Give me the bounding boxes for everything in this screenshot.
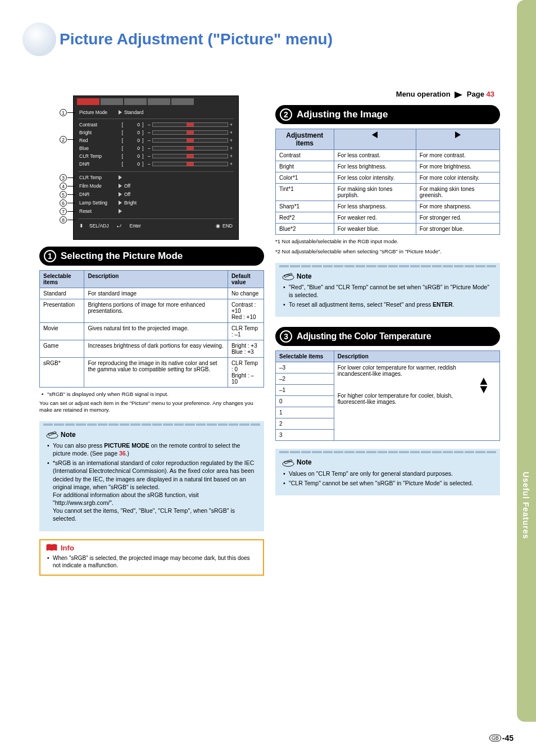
ct-item: 0 bbox=[276, 396, 334, 407]
note-title: Note bbox=[297, 458, 312, 467]
table-row: Blue*2For weaker blue.For stronger blue. bbox=[276, 224, 500, 235]
menu-item: CLR Temp bbox=[79, 175, 233, 180]
color-temp-table: Selectable items Description –3 For lowe… bbox=[275, 350, 500, 441]
ct-item: –3 bbox=[276, 362, 334, 374]
adj-left: For less sharpness. bbox=[334, 201, 416, 212]
table-row: Color*1For less color intensity.For more… bbox=[276, 172, 500, 184]
page-link-36[interactable]: 36 bbox=[119, 450, 126, 457]
right-arrow-icon bbox=[455, 131, 461, 138]
section3-heading: 3 Adjusting the Color Temperature bbox=[275, 327, 500, 346]
callout-3: 3 bbox=[60, 174, 67, 181]
section2-number: 2 bbox=[280, 108, 292, 121]
callout-5: 5 bbox=[60, 191, 67, 198]
th-right-arrow bbox=[416, 129, 499, 150]
section1-note: Note You can also press PICTURE MODE on … bbox=[39, 421, 264, 531]
table-row: sRGB*For reproducing the image in its na… bbox=[40, 358, 264, 388]
section1-title: Selecting the Picture Mode bbox=[61, 251, 183, 262]
th-selectable: Selectable items bbox=[276, 351, 334, 362]
pm-desc: For reproducing the image in its native … bbox=[84, 358, 228, 388]
pm-item: Standard bbox=[40, 288, 84, 299]
pencil-icon bbox=[282, 272, 294, 281]
section2-title: Adjusting the Image bbox=[297, 109, 388, 120]
adj-item: Contrast bbox=[276, 150, 334, 161]
adj-left: For less brightness. bbox=[334, 161, 416, 172]
adj-item: Blue*2 bbox=[276, 224, 334, 235]
th-default: Default value bbox=[228, 271, 264, 288]
pencil-icon bbox=[282, 458, 294, 467]
callout-7: 7 bbox=[60, 208, 67, 215]
ct-item: –1 bbox=[276, 385, 334, 396]
note2-item1: To reset all adjustment items, select "R… bbox=[289, 300, 493, 308]
page-link-43[interactable]: 43 bbox=[487, 90, 494, 98]
ct-item: 2 bbox=[276, 418, 334, 430]
note-title: Note bbox=[297, 272, 312, 281]
pm-default: Bright : +3Blue : +3 bbox=[228, 340, 264, 358]
page-number: GB-45 bbox=[489, 734, 514, 743]
section1-number: 1 bbox=[44, 250, 56, 262]
section3-number: 3 bbox=[280, 330, 292, 343]
note-title: Note bbox=[61, 430, 76, 439]
side-tab-label: Useful Features bbox=[521, 472, 530, 539]
arrow-right-icon bbox=[455, 92, 462, 98]
adj-left: For less contrast. bbox=[334, 150, 416, 161]
adj-right: For making skin tones greenish. bbox=[416, 184, 499, 201]
adj-right: For stronger red. bbox=[416, 212, 499, 224]
menu-item: Reset bbox=[79, 208, 233, 214]
picture-mode-table: Selectable items Description Default val… bbox=[39, 270, 264, 388]
page-title-row: Picture Adjustment ("Picture" menu) bbox=[22, 22, 333, 56]
book-icon bbox=[46, 544, 57, 552]
table-row: MovieGives natural tint to the projected… bbox=[40, 323, 264, 340]
menu-slider: Bright[0]–+ bbox=[79, 130, 233, 135]
note3-item1: "CLR Temp" cannot be set when "sRGB" in … bbox=[289, 479, 493, 487]
callout-6: 6 bbox=[60, 199, 67, 207]
title-bullet-icon bbox=[22, 22, 56, 56]
pm-default: CLR Temp : 0Bright : –10 bbox=[228, 358, 264, 388]
section3-title: Adjusting the Color Temperature bbox=[297, 331, 431, 341]
adj-item: Sharp*1 bbox=[276, 201, 334, 212]
pm-desc: Gives natural tint to the projected imag… bbox=[84, 323, 228, 340]
note1-item0: You can also press PICTURE MODE on the r… bbox=[53, 441, 257, 457]
table-row: PresentationBrightens portions of image … bbox=[40, 299, 264, 323]
pm-default: CLR Temp : –1 bbox=[228, 323, 264, 340]
menu-item: Film ModeOff bbox=[79, 183, 233, 189]
th-selectable: Selectable items bbox=[40, 271, 84, 288]
pm-default: No change bbox=[228, 288, 264, 299]
note1-item1: *sRGB is an international standard of co… bbox=[53, 459, 257, 522]
section1-heading: 1 Selecting the Picture Mode bbox=[39, 247, 264, 266]
callout-8: 8 bbox=[60, 216, 67, 224]
table-row: BrightFor less brightness.For more brigh… bbox=[276, 161, 500, 172]
adj-left: For making skin tones purplish. bbox=[334, 184, 416, 201]
pm-desc: Brightens portions of image for more enh… bbox=[84, 299, 228, 323]
section2-foot1: *1 Not adjustable/selectable in the RGB … bbox=[275, 238, 500, 245]
pencil-icon bbox=[46, 430, 58, 439]
section3-note: Note Values on "CLR Temp" are only for g… bbox=[275, 449, 500, 495]
adj-item: Color*1 bbox=[276, 172, 334, 184]
th-left-arrow bbox=[334, 129, 416, 150]
menu-slider: Contrast[0]–+ bbox=[79, 122, 233, 127]
pm-desc: For standard image bbox=[84, 288, 228, 299]
pm-item: sRGB* bbox=[40, 358, 84, 388]
section1-info: Info When "sRGB" is selected, the projec… bbox=[39, 539, 264, 576]
th-adjustment-items: Adjustment items bbox=[276, 129, 334, 150]
note3-item0: Values on "CLR Temp" are only for genera… bbox=[289, 470, 493, 477]
menu-item: Lamp SettingBright bbox=[79, 200, 233, 206]
menu-operation-ref: Menu operation Page 43 bbox=[275, 90, 500, 98]
menu-slider: CLR Temp[0]–+ bbox=[79, 153, 233, 159]
adj-left: For less color intensity. bbox=[334, 172, 416, 184]
side-tab: Useful Features bbox=[517, 0, 536, 722]
callout-1: 1 bbox=[60, 109, 67, 116]
th-description: Description bbox=[334, 351, 499, 362]
menu-slider: Blue[0]–+ bbox=[79, 145, 233, 151]
pm-desc: Increases brightness of dark portions fo… bbox=[84, 340, 228, 358]
adj-left: For weaker red. bbox=[334, 212, 416, 224]
table-row: GameIncreases brightness of dark portion… bbox=[40, 340, 264, 358]
info-item: When "sRGB" is selected, the projected i… bbox=[53, 554, 257, 569]
section1-after-table: You can set or adjust each item in the "… bbox=[39, 400, 264, 413]
ct-item: 3 bbox=[276, 430, 334, 441]
table-row: StandardFor standard imageNo change bbox=[40, 288, 264, 299]
menu-slider: Red[0]–+ bbox=[79, 138, 233, 143]
adj-item: Bright bbox=[276, 161, 334, 172]
adj-right: For more contrast. bbox=[416, 150, 499, 161]
section1-star-footnote: "sRGB" is displayed only when RGB signal… bbox=[39, 391, 264, 398]
info-title: Info bbox=[61, 544, 74, 552]
